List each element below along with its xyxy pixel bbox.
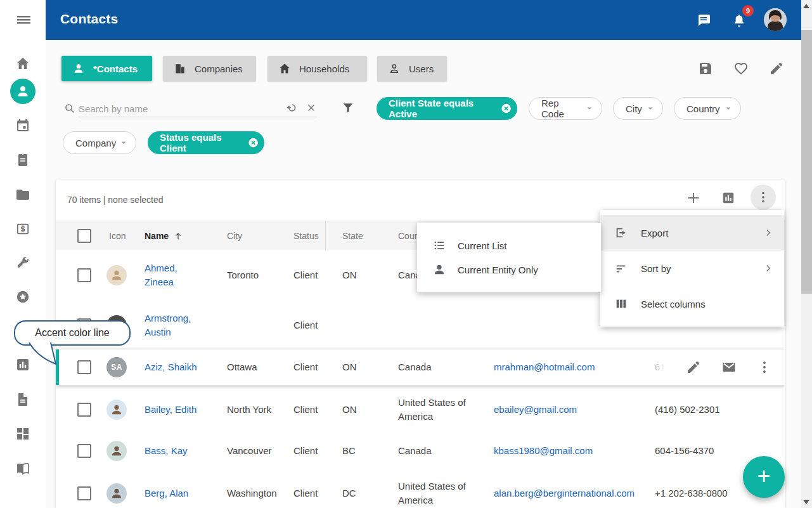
filter-chip-client-state[interactable]: Client State equals Active [377,97,517,120]
chart-view-icon[interactable] [721,191,735,205]
tab-companies[interactable]: Companies [163,56,256,81]
folder-icon[interactable] [15,187,30,202]
sidebar-item-contacts-active[interactable] [10,79,35,104]
save-view-icon[interactable] [698,61,713,76]
table-row[interactable]: Berg, Alan Washington Client DC United S… [56,468,785,508]
remove-filter-icon[interactable] [500,102,512,115]
table-row[interactable]: Bass, Kay Vancouver Client BC Canada kba… [56,434,785,469]
select-all-checkbox[interactable] [77,221,91,251]
cell-status: Client [293,486,339,500]
tab-households[interactable]: Households [267,56,367,81]
filter-dropdown-rep-code[interactable]: Rep Code [529,97,602,120]
scrollbar[interactable] [801,0,812,508]
cell-phone: +1 202-638-0800 [655,486,756,500]
column-header-city[interactable]: City [227,221,242,251]
menu-item-export[interactable]: Export [600,215,784,251]
row-checkbox[interactable] [77,268,91,282]
filter-dropdown-country[interactable]: Country [674,97,741,120]
scroll-down-arrow[interactable] [803,500,809,504]
clear-search-icon[interactable] [306,102,317,114]
document-icon[interactable] [15,392,30,407]
favorites-star-icon[interactable] [15,289,30,304]
page-title: Contacts [60,11,118,27]
table-row-selected[interactable]: SA Aziz, Shaikh Ottawa Client ON Canada … [56,349,785,386]
cell-country: United States of America [398,479,475,507]
add-icon[interactable] [686,190,701,205]
filter-chip-label: Client State equals Active [389,98,500,119]
chat-icon[interactable] [696,13,711,28]
cell-country: United States of America [398,396,475,424]
clipboard-icon[interactable] [15,152,30,167]
chevron-right-icon [763,227,774,238]
column-header-state[interactable]: State [342,221,363,251]
hamburger-menu-icon[interactable] [15,12,30,27]
calendar-icon[interactable] [15,118,30,133]
chevron-down-icon [118,137,129,148]
favorite-heart-icon[interactable] [733,61,749,76]
contact-name-link[interactable]: Aziz, Shaikh [145,360,221,374]
export-submenu: Current List Current Entity Only [417,223,601,292]
remove-filter-icon[interactable] [247,136,259,149]
filter-chip-label: Status equals Client [160,132,247,153]
row-checkbox[interactable] [77,403,91,417]
contact-avatar-initials: SA [106,357,127,377]
scrollbar-thumb[interactable] [801,30,812,294]
contact-name-link[interactable]: Bailey, Edith [145,403,221,417]
home-icon[interactable] [15,56,30,71]
chevron-down-icon [723,103,734,114]
knowledge-book-icon[interactable] [15,461,30,476]
cell-state: ON [342,403,380,417]
submenu-item-current-entity[interactable]: Current Entity Only [417,257,601,282]
annotation-callout: Accent color line [14,320,131,346]
tab-contacts[interactable]: *Contacts [61,56,152,81]
refresh-icon[interactable] [285,101,298,114]
filter-funnel-icon[interactable] [341,101,355,115]
contact-name-link[interactable]: Berg, Alan [145,486,221,500]
more-options-button[interactable] [751,185,776,210]
contacts-person-icon [15,84,30,99]
filter-dropdown-company[interactable]: Company [63,131,136,154]
chevron-down-icon [645,103,656,114]
menu-item-sort-by[interactable]: Sort by [600,251,784,286]
contact-name-link[interactable]: Ahmed, Zineea [145,261,221,289]
row-checkbox[interactable] [77,360,91,374]
email-envelope-icon[interactable] [721,360,737,375]
edit-pencil-icon[interactable] [686,360,701,375]
user-avatar[interactable] [764,8,787,31]
row-checkbox[interactable] [77,444,91,458]
menu-item-label: Sort by [641,263,671,274]
dashboard-icon[interactable] [15,426,30,441]
sort-icon [614,261,628,275]
billing-dollar-icon[interactable] [15,221,30,237]
column-header-name[interactable]: Name [145,221,183,251]
add-contact-fab[interactable]: + [743,456,785,498]
filter-dropdown-label: Country [686,103,720,114]
notification-badge: 9 [742,5,754,16]
cell-country: Canada [398,444,475,458]
column-header-icon[interactable]: Icon [109,221,126,251]
contact-name-link[interactable]: Bass, Kay [145,444,221,458]
sort-ascending-icon [173,231,183,241]
person-icon [432,263,446,277]
row-more-dots-icon[interactable] [757,360,772,375]
tools-wrench-icon[interactable] [15,256,30,271]
filter-dropdown-city[interactable]: City [613,97,663,120]
filter-chip-status[interactable]: Status equals Client [148,131,264,154]
search-input[interactable] [79,100,317,117]
column-header-status[interactable]: Status [293,221,319,251]
contact-name-link[interactable]: Armstrong, Austin [145,311,221,339]
row-checkbox[interactable] [77,486,91,500]
cell-state: ON [342,268,380,282]
cell-city: Vancouver [227,444,290,458]
cell-email-link[interactable]: kbass1980@gmail.com [494,444,649,458]
cell-email-link[interactable]: ebailey@gmail.com [494,403,649,417]
menu-item-select-columns[interactable]: Select columns [600,286,784,322]
tab-users[interactable]: Users [377,56,447,81]
edit-pencil-icon[interactable] [769,61,784,76]
scroll-up-arrow[interactable] [803,4,809,8]
cell-email-link[interactable]: alan.berg@berginternational.com [494,486,649,500]
cell-email-link[interactable]: mrahman@hotmail.com [494,360,649,374]
cell-city: North York [227,403,290,417]
submenu-item-current-list[interactable]: Current List [417,233,601,257]
table-row[interactable]: Bailey, Edith North York Client ON Unite… [56,385,785,434]
